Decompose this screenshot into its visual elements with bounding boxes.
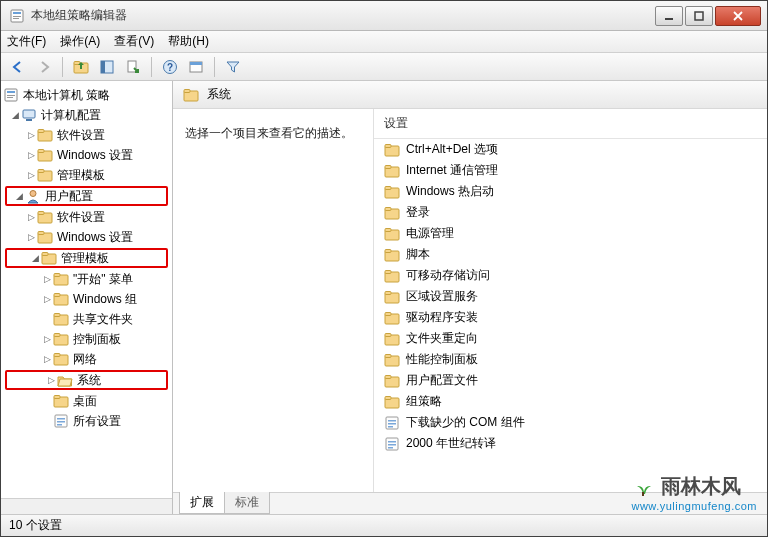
tree-computer-config[interactable]: ◢ 计算机配置: [3, 105, 170, 125]
back-button[interactable]: [7, 56, 29, 78]
list-item[interactable]: 组策略: [374, 391, 767, 412]
tree-item[interactable]: ▷Windows 设置: [3, 145, 170, 165]
description-panel: 选择一个项目来查看它的描述。: [173, 109, 373, 492]
collapse-icon[interactable]: ◢: [9, 110, 21, 120]
tree-item[interactable]: ▷Windows 组: [3, 289, 170, 309]
tree-item[interactable]: ▷软件设置: [3, 125, 170, 145]
list-item[interactable]: 性能控制面板: [374, 349, 767, 370]
list-item-label: 用户配置文件: [406, 372, 478, 389]
tree-item[interactable]: ▷Windows 设置: [3, 227, 170, 247]
tree-label: 所有设置: [73, 413, 121, 430]
toolbar-separator: [62, 57, 63, 77]
expand-icon[interactable]: ▷: [25, 232, 37, 242]
tree-item[interactable]: ▷控制面板: [3, 329, 170, 349]
maximize-button[interactable]: [685, 6, 713, 26]
folder-icon: [37, 147, 53, 163]
properties-button[interactable]: [185, 56, 207, 78]
items-list[interactable]: 设置 Ctrl+Alt+Del 选项Internet 通信管理Windows 热…: [373, 109, 767, 492]
tree-admin-templates[interactable]: ◢管理模板: [5, 248, 168, 268]
toolbar-separator: [214, 57, 215, 77]
export-list-button[interactable]: [122, 56, 144, 78]
app-icon: [9, 8, 25, 24]
view-tabs: 扩展 标准: [173, 492, 767, 514]
expand-icon[interactable]: ▷: [45, 375, 57, 385]
column-header-setting[interactable]: 设置: [374, 109, 767, 139]
tree-user-config[interactable]: ◢ 用户配置: [5, 186, 168, 206]
tab-standard[interactable]: 标准: [224, 492, 270, 514]
tree-item[interactable]: ▷"开始" 菜单: [3, 269, 170, 289]
list-item[interactable]: 用户配置文件: [374, 370, 767, 391]
detail-header: 系统: [173, 81, 767, 109]
svg-text:?: ?: [167, 62, 173, 73]
expand-icon[interactable]: ▷: [25, 170, 37, 180]
expand-icon[interactable]: ▷: [25, 150, 37, 160]
help-button[interactable]: ?: [159, 56, 181, 78]
expand-icon[interactable]: ▷: [41, 334, 53, 344]
list-item[interactable]: 2000 年世纪转译: [374, 433, 767, 454]
expand-icon[interactable]: ▷: [25, 130, 37, 140]
menu-help[interactable]: 帮助(H): [168, 33, 209, 50]
tree-root[interactable]: 本地计算机 策略: [3, 85, 170, 105]
tree-label: Windows 组: [73, 291, 137, 308]
list-item[interactable]: 电源管理: [374, 223, 767, 244]
menu-action[interactable]: 操作(A): [60, 33, 100, 50]
tab-extended[interactable]: 扩展: [179, 492, 225, 514]
tree-item[interactable]: 桌面: [3, 391, 170, 411]
filter-button[interactable]: [222, 56, 244, 78]
statusbar: 10 个设置: [1, 514, 767, 536]
tree-label: 计算机配置: [41, 107, 101, 124]
tree-item[interactable]: ▷网络: [3, 349, 170, 369]
list-item[interactable]: 登录: [374, 202, 767, 223]
list-item-label: 电源管理: [406, 225, 454, 242]
list-item-label: 登录: [406, 204, 430, 221]
tree-all-settings[interactable]: 所有设置: [3, 411, 170, 431]
menu-file[interactable]: 文件(F): [7, 33, 46, 50]
minimize-button[interactable]: [655, 6, 683, 26]
show-hide-tree-button[interactable]: [96, 56, 118, 78]
description-text: 选择一个项目来查看它的描述。: [185, 125, 361, 142]
expand-icon[interactable]: ▷: [41, 294, 53, 304]
list-item[interactable]: 可移动存储访问: [374, 265, 767, 286]
tree-label: 管理模板: [61, 250, 109, 267]
window-title: 本地组策略编辑器: [31, 7, 653, 24]
forward-button[interactable]: [33, 56, 55, 78]
list-item[interactable]: 脚本: [374, 244, 767, 265]
list-item-label: 2000 年世纪转译: [406, 435, 496, 452]
tree-label: 管理模板: [57, 167, 105, 184]
folder-icon: [384, 226, 400, 242]
horizontal-scrollbar[interactable]: [1, 498, 172, 514]
list-item-label: Windows 热启动: [406, 183, 494, 200]
list-item[interactable]: 区域设置服务: [374, 286, 767, 307]
collapse-icon[interactable]: ◢: [13, 191, 25, 201]
list-item-label: Internet 通信管理: [406, 162, 498, 179]
setting-icon: [384, 436, 400, 452]
collapse-icon[interactable]: ◢: [29, 253, 41, 263]
statusbar-text: 10 个设置: [9, 517, 62, 534]
up-button[interactable]: [70, 56, 92, 78]
tree-label: 桌面: [73, 393, 97, 410]
tree-item[interactable]: ▷管理模板: [3, 165, 170, 185]
expand-icon[interactable]: ▷: [25, 212, 37, 222]
expand-icon[interactable]: ▷: [41, 274, 53, 284]
tree-label: "开始" 菜单: [73, 271, 133, 288]
settings-icon: [53, 413, 69, 429]
tree-pane[interactable]: 本地计算机 策略 ◢ 计算机配置 ▷软件设置 ▷Windows 设置 ▷管理模板…: [1, 81, 173, 514]
list-item[interactable]: 下载缺少的 COM 组件: [374, 412, 767, 433]
list-item[interactable]: Ctrl+Alt+Del 选项: [374, 139, 767, 160]
folder-icon: [183, 87, 199, 103]
tree-item[interactable]: ▷软件设置: [3, 207, 170, 227]
folder-icon: [384, 373, 400, 389]
tree-system[interactable]: ▷系统: [5, 370, 168, 390]
setting-icon: [384, 415, 400, 431]
list-item[interactable]: Internet 通信管理: [374, 160, 767, 181]
close-button[interactable]: [715, 6, 761, 26]
folder-icon: [384, 247, 400, 263]
tree-item[interactable]: 共享文件夹: [3, 309, 170, 329]
menu-view[interactable]: 查看(V): [114, 33, 154, 50]
list-item[interactable]: 文件夹重定向: [374, 328, 767, 349]
list-item[interactable]: Windows 热启动: [374, 181, 767, 202]
expand-icon[interactable]: ▷: [41, 354, 53, 364]
list-item[interactable]: 驱动程序安装: [374, 307, 767, 328]
folder-icon: [384, 184, 400, 200]
window-titlebar: 本地组策略编辑器: [1, 1, 767, 31]
